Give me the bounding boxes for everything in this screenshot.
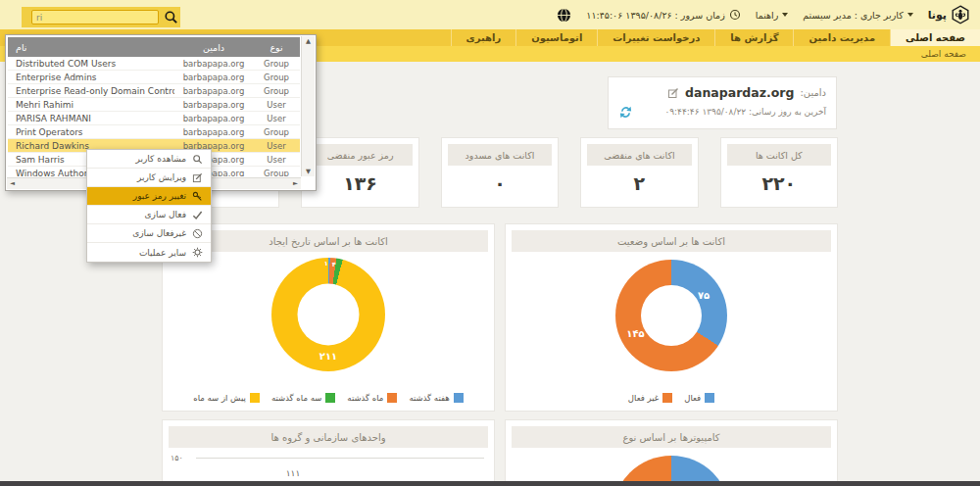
refresh-icon[interactable] [618, 105, 633, 120]
vertical-scrollbar[interactable]: ▲ ▼ [301, 36, 315, 176]
breadcrumb-item[interactable]: صفحه اصلی [921, 49, 966, 59]
current-user-label: کاربر جاری : مدیر سیستم [803, 10, 903, 21]
tab-reports[interactable]: گزارش ها [714, 29, 793, 46]
tab-change-requests[interactable]: درخواست تغییرات [597, 29, 714, 46]
logo-bee-icon [951, 5, 970, 24]
table-row[interactable]: PARISA RAHMANIbarbapapa.orgUser [8, 112, 300, 125]
table-header-row: نام دامین نوع [8, 37, 300, 57]
tab-home[interactable]: صفحه اصلی [890, 29, 980, 46]
scroll-up-icon[interactable]: ▲ [306, 38, 311, 45]
chart-legend: فعال غیر فعال [506, 393, 837, 403]
legend-item[interactable]: پیش از سه ماه [193, 393, 260, 403]
clock-icon [729, 9, 741, 21]
stat-label: رمز عبور منقضی [308, 144, 412, 166]
help-menu[interactable]: راهنما [756, 10, 789, 21]
check-icon [192, 210, 203, 220]
server-time: زمان سرور : ۱۳۹۵/۰۸/۲۶ ۱۱:۴۵:۰۶ [586, 9, 740, 21]
stat-label: اکانت های مسدود [448, 144, 552, 166]
search-icon [192, 154, 203, 165]
column-header-type[interactable]: نوع [253, 42, 300, 53]
table-row[interactable]: Enterprise Adminsbarbapapa.orgGroup [8, 71, 300, 84]
creation-date-donut-chart[interactable]: ۱ ۴ ۲۱۱ [271, 258, 385, 371]
chart-title: اکانت ها بر اساس وضعیت [512, 230, 831, 252]
ban-icon [192, 228, 203, 239]
legend-swatch [705, 393, 714, 403]
menu-item-activate[interactable]: فعال سازی [87, 206, 211, 224]
table-row[interactable]: Print Operatorsbarbapapa.orgGroup [8, 125, 300, 139]
stat-card-expired-passwords: رمز عبور منقضی ۱۳۶ [301, 137, 418, 208]
menu-item-view-user[interactable]: مشاهده کاربر [87, 150, 211, 169]
column-header-domain[interactable]: دامین [174, 42, 253, 53]
domain-panel: دامین: danapardaz.org آخرین به روز رسانی… [608, 76, 837, 129]
tab-automation[interactable]: اتوماسیون [515, 29, 597, 46]
search-input[interactable] [31, 10, 159, 24]
app-logo[interactable]: پونا [928, 5, 970, 24]
stat-label: اکانت های منقضی [587, 144, 691, 166]
legend-item[interactable]: سه ماه گذشته [271, 393, 335, 403]
chart-panel-accounts-by-creation-date: اکانت ها بر اساس تاریخ ایجاد ۱ ۴ ۲۱۱ هفت… [162, 223, 495, 412]
y-axis-tick: ۱۵۰ [171, 454, 183, 462]
gear-icon [192, 247, 203, 258]
search-button[interactable] [164, 10, 178, 24]
chart-title: واحدهای سازمانی و گروه ها [169, 426, 488, 448]
charts-row-1: اکانت ها بر اساس وضعیت ۷۵ ۱۴۵ فعال غیر ف… [162, 223, 838, 412]
gridline [196, 458, 484, 459]
tab-domain-management[interactable]: مدیریت دامین [793, 29, 890, 46]
edit-icon[interactable] [667, 87, 679, 99]
stat-value: ۰ [448, 172, 552, 194]
domain-value: danapardaz.org [685, 85, 794, 100]
logo-text: پونا [928, 9, 947, 22]
search-icon [164, 10, 178, 24]
stat-value: ۲ [587, 172, 691, 194]
slice-label: ۲۱۱ [319, 350, 337, 361]
menu-item-edit-user[interactable]: ویرایش کاربر [87, 169, 211, 187]
language-globe[interactable] [557, 8, 571, 23]
menu-item-other-operations[interactable]: سایر عملیات [87, 243, 211, 262]
search-group [22, 7, 180, 27]
server-time-label: زمان سرور : ۱۳۹۵/۰۸/۲۶ ۱۱:۴۵:۰۶ [586, 10, 724, 21]
table-row[interactable]: Enterprise Read-only Domain Controllersb… [8, 84, 300, 98]
scroll-right-icon[interactable]: ► [293, 180, 298, 187]
slice-label: ۷۵ [698, 290, 710, 301]
stat-card-locked-accounts: اکانت های مسدود ۰ [441, 137, 559, 208]
column-header-name[interactable]: نام [8, 42, 174, 53]
legend-swatch [387, 393, 397, 403]
legend-swatch [454, 393, 464, 403]
legend-swatch [662, 393, 672, 403]
chart-legend: هفته گذشته ماه گذشته سه ماه گذشته پیش از… [163, 393, 494, 403]
table-row[interactable]: Distributed COM Usersbarbapapa.orgGroup [8, 57, 300, 71]
scroll-left-icon[interactable]: ◄ [10, 180, 15, 187]
scroll-down-icon[interactable]: ▼ [306, 169, 311, 175]
legend-item[interactable]: ماه گذشته [347, 393, 397, 403]
legend-item[interactable]: غیر فعال [628, 393, 672, 403]
tab-administration[interactable]: راهبری [451, 29, 516, 46]
taskbar-edge [0, 481, 980, 486]
key-icon [192, 191, 203, 202]
menu-item-change-password[interactable]: تغییر رمز عبور [87, 187, 211, 206]
chart-panel-accounts-by-status: اکانت ها بر اساس وضعیت ۷۵ ۱۴۵ فعال غیر ف… [505, 223, 838, 412]
current-user-menu[interactable]: کاربر جاری : مدیر سیستم [803, 10, 912, 21]
table-row[interactable]: Mehri Rahimibarbapapa.orgUser [8, 98, 300, 112]
slice-label: ۱۴۵ [626, 328, 644, 339]
domain-label: دامین: [800, 87, 826, 98]
stat-card-total-accounts: کل اکانت ها ۲۲۰ [720, 137, 838, 208]
user-context-menu: مشاهده کاربر ویرایش کاربر تغییر رمز عبور… [86, 149, 212, 263]
chart-panel-computers-by-type: کامپیوترها بر اساس نوع [505, 419, 838, 486]
legend-swatch [325, 393, 335, 403]
slice-label: ۱ [324, 260, 328, 267]
legend-item[interactable]: هفته گذشته [409, 393, 463, 403]
top-bar: پونا کاربر جاری : مدیر سیستم راهنما زمان… [0, 0, 980, 29]
help-label: راهنما [756, 10, 779, 21]
chevron-down-icon [907, 13, 913, 17]
chart-panel-org-units: واحدهای سازمانی و گروه ها ۱۵۰ ۱۰۰ ۱۱۱ [162, 419, 495, 486]
legend-item[interactable]: فعال [684, 393, 714, 403]
menu-item-deactivate[interactable]: غیرفعال سازی [87, 224, 211, 243]
status-donut-chart[interactable]: ۷۵ ۱۴۵ [615, 260, 727, 371]
last-update-label: آخرین به روز رسانی: ۱۳۹۵/۰۸/۲۲ ۰۹:۴۴:۴۶ [664, 107, 826, 117]
slice-label: ۴ [332, 261, 336, 268]
globe-icon [557, 8, 571, 23]
chart-title: کامپیوترها بر اساس نوع [512, 426, 831, 448]
stat-label: کل اکانت ها [727, 144, 831, 166]
bar-value-label: ۱۱۱ [286, 468, 301, 478]
edit-icon [192, 172, 203, 183]
